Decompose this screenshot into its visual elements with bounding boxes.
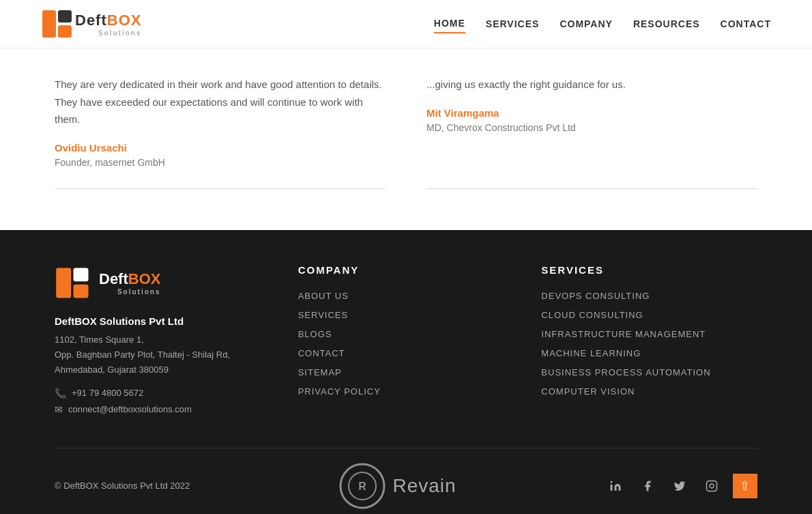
svg-rect-9 (610, 485, 612, 491)
footer-services-col: SERVICES DEVOPS CONSULTING CLOUD CONSULT… (541, 264, 757, 420)
revain-badge-icon: R (338, 462, 386, 510)
testimonial-card-2: ...giving us exactly the right guidance … (426, 76, 757, 189)
footer-link-devops[interactable]: DEVOPS CONSULTING (541, 291, 650, 301)
list-item: SITEMAP (298, 366, 514, 378)
testimonial-author-name-2: Mit Viramgama (426, 107, 757, 119)
nav-company[interactable]: COMPANY (560, 15, 613, 33)
footer-link-ml[interactable]: MACHINE LEARNING (541, 348, 641, 358)
footer-services-links: DEVOPS CONSULTING CLOUD CONSULTING INFRA… (541, 289, 757, 397)
svg-rect-11 (706, 481, 716, 491)
footer-services-title: SERVICES (541, 264, 757, 276)
twitter-icon[interactable] (669, 475, 691, 497)
footer-company-links: ABOUT US SERVICES BLOGS CONTACT SITEMAP … (298, 289, 514, 397)
footer-link-about[interactable]: ABOUT US (298, 291, 349, 301)
testimonials-grid: They are very dedicated in their work an… (55, 76, 757, 189)
footer-link-blogs[interactable]: BLOGS (298, 329, 332, 339)
nav-contact[interactable]: CONTACT (721, 15, 771, 33)
footer-logo-icon (55, 264, 92, 302)
list-item: PRIVACY POLICY (298, 385, 514, 397)
email-icon: ✉ (55, 404, 63, 415)
nav-services[interactable]: SERVICES (486, 15, 540, 33)
footer-logo: DeftBOX Solutions (55, 264, 271, 302)
testimonials-section: They are very dedicated in their work an… (0, 48, 812, 230)
list-item: ABOUT US (298, 289, 514, 302)
footer-bottom: © DeftBOX Solutions Pvt Ltd 2022 R Revai… (55, 448, 757, 514)
svg-rect-4 (74, 268, 89, 281)
svg-rect-2 (58, 25, 72, 38)
testimonial-card-1: They are very dedicated in their work an… (55, 76, 386, 189)
list-item: SERVICES (298, 309, 514, 321)
revain-area: R Revain (338, 462, 456, 510)
footer-top: DeftBOX Solutions DeftBOX Solutions Pvt … (55, 264, 757, 448)
footer-link-services[interactable]: SERVICES (298, 310, 349, 320)
footer-link-sitemap[interactable]: SITEMAP (298, 367, 342, 377)
svg-rect-0 (42, 10, 56, 38)
logo-icon (41, 7, 75, 41)
footer-company-title: COMPANY (298, 264, 514, 276)
facebook-icon[interactable] (637, 475, 658, 497)
list-item: DEVOPS CONSULTING (541, 289, 757, 302)
footer-link-bpa[interactable]: BUSINESS PROCESS AUTOMATION (541, 367, 710, 377)
instagram-icon[interactable] (701, 475, 723, 497)
testimonial-text-1: They are very dedicated in their work an… (55, 76, 386, 128)
footer-link-privacy[interactable]: PRIVACY POLICY (298, 386, 381, 397)
footer-phone: 📞 +91 79 4800 5672 (55, 388, 271, 399)
nav-resources[interactable]: RESOURCES (633, 15, 700, 33)
footer-company-col: COMPANY ABOUT US SERVICES BLOGS CONTACT … (298, 264, 514, 420)
scroll-top-button[interactable]: ⇧ (733, 474, 757, 498)
header: DeftBOX Solutions HOME SERVICES COMPANY … (0, 0, 812, 48)
footer-address: 1102, Times Square 1, Opp. Baghban Party… (55, 332, 271, 377)
list-item: MACHINE LEARNING (541, 347, 757, 359)
list-item: BUSINESS PROCESS AUTOMATION (541, 366, 757, 378)
main-nav: HOME SERVICES COMPANY RESOURCES CONTACT (434, 14, 771, 33)
svg-point-10 (610, 481, 612, 483)
footer-logo-text: DeftBOX Solutions (99, 270, 160, 296)
list-item: INFRASTRUCTURE MANAGEMENT (541, 328, 757, 340)
list-item: COMPUTER VISION (541, 385, 757, 397)
footer-email: ✉ connect@deftboxsolutions.com (55, 404, 271, 415)
footer-company-name: DeftBOX Solutions Pvt Ltd (55, 315, 271, 327)
nav-home[interactable]: HOME (434, 14, 465, 33)
footer-info-col: DeftBOX Solutions DeftBOX Solutions Pvt … (55, 264, 271, 420)
logo-text: DeftBOX Solutions (75, 12, 141, 37)
testimonial-author-name-1: Ovidiu Ursachi (55, 142, 386, 154)
svg-rect-3 (56, 268, 71, 298)
footer-link-cloud[interactable]: CLOUD CONSULTING (541, 310, 643, 320)
phone-icon: 📞 (55, 388, 66, 399)
linkedin-icon[interactable] (605, 475, 626, 497)
footer-copyright: © DeftBOX Solutions Pvt Ltd 2022 (55, 481, 190, 491)
list-item: CLOUD CONSULTING (541, 309, 757, 321)
list-item: CONTACT (298, 347, 514, 359)
testimonial-author-title-2: MD, Chevrox Constructions Pvt Ltd (426, 122, 757, 133)
footer-social: ⇧ (605, 474, 757, 498)
svg-rect-1 (58, 10, 72, 23)
footer-link-contact[interactable]: CONTACT (298, 348, 345, 358)
footer-link-infra[interactable]: INFRASTRUCTURE MANAGEMENT (541, 329, 706, 339)
footer-link-cv[interactable]: COMPUTER VISION (541, 386, 635, 397)
testimonial-text-2: ...giving us exactly the right guidance … (426, 76, 757, 94)
testimonial-author-title-1: Founder, masernet GmbH (55, 157, 386, 168)
logo[interactable]: DeftBOX Solutions (41, 7, 141, 41)
revain-text: Revain (393, 475, 456, 497)
list-item: BLOGS (298, 328, 514, 340)
footer: DeftBOX Solutions DeftBOX Solutions Pvt … (0, 230, 812, 515)
svg-text:R: R (358, 481, 366, 492)
svg-rect-5 (74, 284, 89, 298)
